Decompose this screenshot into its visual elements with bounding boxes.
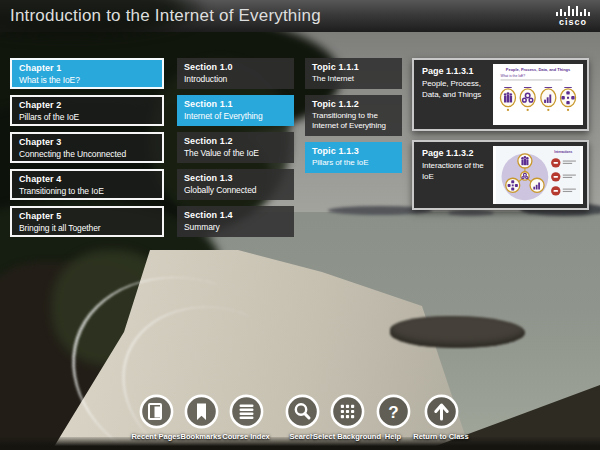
- bookmark-icon: [184, 394, 219, 429]
- section-subtitle: Introduction: [184, 74, 287, 85]
- section-subtitle: Globally Connected: [184, 185, 287, 196]
- chapter-title: Chapter 1: [19, 63, 155, 73]
- section-item-1-4[interactable]: Section 1.4 Summary: [177, 206, 294, 237]
- chapter-item-5[interactable]: Chapter 5 Bringing it all Together: [10, 206, 164, 237]
- page-title: Introduction to the Internet of Everythi…: [10, 6, 321, 26]
- chapter-subtitle: Connecting the Unconnected: [19, 149, 155, 160]
- page-item-subtitle: Interactions of the IoE: [414, 161, 496, 183]
- topic-subtitle: Pillars of the IoE: [312, 158, 395, 168]
- section-item-1-0[interactable]: Section 1.0 Introduction: [177, 58, 294, 89]
- page-item-1-1-3-2[interactable]: Page 1.1.3.2 Interactions of the IoE: [412, 140, 589, 210]
- chapter-title: Chapter 5: [19, 211, 155, 221]
- title-bar: Introduction to the Internet of Everythi…: [0, 0, 600, 32]
- page-column: Page 1.1.3.1 People, Process, Data, and …: [412, 58, 589, 210]
- chapter-subtitle: Transitioning to the IoE: [19, 186, 155, 197]
- topic-subtitle: The Internet: [312, 74, 395, 84]
- help-button[interactable]: ?: [376, 394, 411, 429]
- section-subtitle: The Value of the IoE: [184, 148, 287, 159]
- page-item-subtitle: People, Process, Data, and Things: [414, 79, 496, 101]
- question-mark-icon: ?: [376, 394, 411, 429]
- grid-icon: [330, 394, 365, 429]
- topic-subtitle: Transitioning to the Internet of Everyth…: [312, 111, 395, 132]
- cisco-logo: cisco: [556, 6, 590, 27]
- search-icon: [285, 394, 320, 429]
- chapter-title: Chapter 4: [19, 174, 155, 184]
- recent-pages-button[interactable]: [139, 394, 174, 429]
- chapter-item-3[interactable]: Chapter 3 Connecting the Unconnected: [10, 132, 164, 163]
- page-thumbnail-people-process-data-things: People, Process, Data, and Things What i…: [493, 64, 583, 125]
- section-title: Section 1.3: [184, 173, 287, 183]
- recent-pages-icon: [139, 394, 174, 429]
- bookmarks-button[interactable]: [184, 394, 219, 429]
- page-thumbnail-interactions-of-the-ioe: Interactions: [493, 146, 583, 204]
- topic-item-1-1-2[interactable]: Topic 1.1.2 Transitioning to the Interne…: [305, 95, 402, 136]
- page-item-1-1-3-1[interactable]: Page 1.1.3.1 People, Process, Data, and …: [412, 58, 589, 131]
- return-to-class-button[interactable]: [424, 394, 459, 429]
- section-item-1-3[interactable]: Section 1.3 Globally Connected: [177, 169, 294, 200]
- course-index-button[interactable]: [229, 394, 264, 429]
- topic-title: Topic 1.1.2: [312, 99, 395, 109]
- chapter-subtitle: Bringing it all Together: [19, 223, 155, 234]
- chapter-title: Chapter 2: [19, 100, 155, 110]
- topic-item-1-1-3[interactable]: Topic 1.1.3 Pillars of the IoE: [305, 142, 402, 173]
- course-index-screen: Introduction to the Internet of Everythi…: [0, 0, 600, 450]
- chapter-item-2[interactable]: Chapter 2 Pillars of the IoE: [10, 95, 164, 126]
- chapter-item-4[interactable]: Chapter 4 Transitioning to the IoE: [10, 169, 164, 200]
- chapter-item-1[interactable]: Chapter 1 What is the IoE?: [10, 58, 164, 89]
- topic-title: Topic 1.1.1: [312, 62, 395, 72]
- background-rocks: [390, 316, 525, 348]
- return-to-class-label: Return to Class: [403, 432, 479, 441]
- section-title: Section 1.4: [184, 210, 287, 220]
- cisco-logo-text: cisco: [556, 18, 590, 27]
- section-title: Section 1.2: [184, 136, 287, 146]
- select-background-button[interactable]: [330, 394, 365, 429]
- background-island: [448, 210, 494, 216]
- section-item-1-1[interactable]: Section 1.1 Internet of Everything: [177, 95, 294, 126]
- section-subtitle: Internet of Everything: [184, 111, 287, 122]
- topic-column: Topic 1.1.1 The Internet Topic 1.1.2 Tra…: [305, 58, 402, 173]
- chapter-title: Chapter 3: [19, 137, 155, 147]
- chapter-column: Chapter 1 What is the IoE? Chapter 2 Pil…: [10, 58, 164, 237]
- chapter-subtitle: Pillars of the IoE: [19, 112, 155, 123]
- topic-item-1-1-1[interactable]: Topic 1.1.1 The Internet: [305, 58, 402, 89]
- search-button[interactable]: [285, 394, 320, 429]
- section-item-1-2[interactable]: Section 1.2 The Value of the IoE: [177, 132, 294, 163]
- section-column: Section 1.0 Introduction Section 1.1 Int…: [177, 58, 294, 237]
- svg-text:People, Process, Data, and Thi: People, Process, Data, and Things: [506, 67, 571, 72]
- section-title: Section 1.1: [184, 99, 287, 109]
- svg-text:What is the IoE?: What is the IoE?: [500, 74, 525, 78]
- arrow-up-icon: [424, 394, 459, 429]
- topic-title: Topic 1.1.3: [312, 146, 395, 156]
- svg-text:?: ?: [388, 403, 398, 422]
- list-icon: [229, 394, 264, 429]
- chapter-subtitle: What is the IoE?: [19, 75, 155, 86]
- cisco-logo-icon: [556, 6, 590, 16]
- section-title: Section 1.0: [184, 62, 287, 72]
- section-subtitle: Summary: [184, 222, 287, 233]
- svg-text:Interactions: Interactions: [554, 150, 572, 154]
